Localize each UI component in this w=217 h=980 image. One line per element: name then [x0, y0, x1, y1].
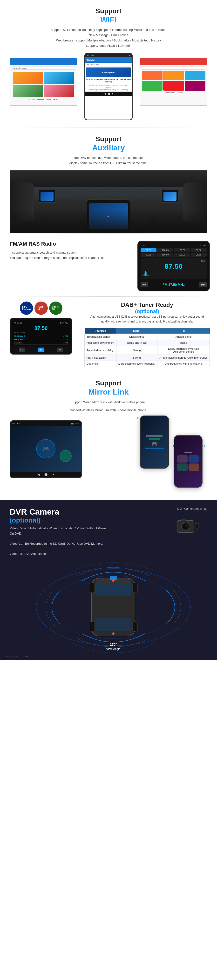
dvr-desc-1: Video Record Automatically When Turn on … [10, 526, 111, 536]
fmam-text-area: FM/AM RAS Radio It supports automatic se… [0, 241, 135, 261]
fmam-desc-2: You can drag the icon of target station … [10, 255, 130, 261]
wifi-title-accent: WIFI [10, 16, 207, 24]
wifi-section: Support WIFI Support Wi-Fi connection, e… [0, 0, 217, 127]
row-dab-5: More channels every frequency [116, 361, 158, 367]
fm-freq-unit: FM [142, 260, 205, 263]
dvr-camera-icon [176, 517, 200, 536]
wifi-screen-center-device: 9:47 AM Browser www.yahoo.com Breaking N… [85, 53, 132, 120]
dab-channel-1: BBC Radio 487.50 [14, 334, 68, 338]
row-dab-1: Digital signal [116, 334, 158, 340]
svg-rect-15 [132, 583, 137, 593]
dab-btn-3[interactable]: ⚙ [57, 348, 63, 352]
dab-comparison-table: Features DAB+ FM Broadcasting signal Dig… [85, 328, 210, 367]
fm-preset-4[interactable]: 96.80 [191, 248, 207, 252]
fm-preset-3[interactable]: 106.00 [174, 248, 190, 252]
dvr-camera-area: DVR Camera (optional) [176, 507, 207, 537]
fm-preset-5[interactable]: 87.50 [140, 253, 156, 257]
dab-section: BBCRadio 4 DAB6 ClassicFM AT 87.50 5:47 … [0, 297, 217, 372]
svg-text:170°: 170° [110, 643, 117, 646]
svg-rect-14 [89, 583, 94, 593]
aux-title-accent: Auxiliary [10, 143, 207, 152]
dab-device-area: BBCRadio 4 DAB6 ClassicFM AT 87.50 5:47 … [0, 302, 77, 355]
auxiliary-section: Support Auxiliary The DVD model have vid… [0, 128, 217, 233]
dab-col-dab: DAB+ [116, 328, 158, 334]
wifi-screens-composite: www.yahoo.com YAHOO! Finance · Sports · … [10, 53, 207, 120]
car-topdown-svg: 170° View Angle [10, 562, 217, 653]
fm-bottom-freq: FM 87.50 MHz [163, 283, 185, 286]
mirror-iphone-phone [174, 435, 203, 488]
fm-preset-8[interactable]: 96.80 [191, 253, 207, 257]
row-dab-4: Strong [116, 355, 158, 361]
fmam-title: FM/AM RAS Radio [10, 241, 130, 247]
row-feature-3: Anti-interference ability [85, 346, 116, 355]
watermark: www.witson.com [5, 655, 30, 658]
svg-rect-7 [196, 525, 198, 528]
dab-btn-2[interactable]: 87 [38, 348, 44, 352]
svg-point-4 [186, 525, 187, 526]
fm-next-button[interactable]: ▶▶ [199, 282, 207, 287]
row-fm-3: Easily interfered by terrainAnd other si… [158, 346, 210, 355]
dvr-section: DVR Camera (optional) Video Record Autom… [0, 500, 217, 660]
mirror-desc-android: Support Wired Mirror Link with Android m… [10, 399, 207, 405]
row-dab-2: Home and in-car [116, 340, 158, 346]
row-dab-3: Strong [116, 346, 158, 355]
fm-preset-2[interactable]: 100.00 [157, 248, 173, 252]
fmam-desc-1: It supports automatic search and manual … [10, 250, 130, 255]
fm-preset-1[interactable]: 87.50 [140, 248, 156, 252]
fm-device-mock: FM 87.50 87.50 100.00 106.00 96.80 87.50… [137, 241, 210, 291]
mirror-desc-iphone: Support Wireless Mirror Link with iPhone… [10, 407, 207, 413]
dab-description: After connecting a USB DAB receiver (opt… [85, 315, 210, 324]
fm-frequency-display: 87.50 [142, 263, 205, 270]
mirror-title-main: Support [10, 379, 207, 387]
svg-text:View Angle: View Angle [106, 648, 120, 651]
dab-title-main: DAB+ Tuner Ready [85, 302, 210, 309]
mirror-images-composite: 9:41 AM ▮▮▮ WiFi 🎮 ◀ ⬤ ■ For Android mob… [10, 415, 207, 498]
dab-device-mock: AT 87.50 5:47 AM 87.50 FM 87.50 MHz BBC … [10, 318, 72, 355]
fm-main-display: FM 87.50 [140, 258, 207, 279]
svg-rect-5 [181, 519, 186, 521]
svg-rect-11 [95, 582, 131, 596]
dvr-desc-2: Video Can Be Recorded in the SD Card, Do… [10, 541, 111, 546]
dvr-desc-3: Video File Size Adjustable. [10, 551, 111, 557]
fm-presets-grid: 87.50 100.00 106.00 96.80 87.50 100.00 1… [140, 248, 207, 257]
dab-channel-2: BBC Radio 691.00 [14, 338, 68, 341]
aux-description: The DVD model have video output, the sub… [10, 155, 207, 166]
fm-preset-7[interactable]: 106.00 [174, 253, 190, 257]
svg-point-19 [112, 632, 115, 635]
fmam-section: FM/AM RAS Radio It supports automatic se… [0, 234, 217, 296]
mirror-section: Support Mirror Link Support Wired Mirror… [0, 372, 217, 500]
row-feature-1: Broadcasting signal [85, 334, 116, 340]
dvr-title-accent: (optional) [10, 517, 111, 524]
fm-preset-6[interactable]: 100.00 [157, 253, 173, 257]
wifi-screen-left: www.yahoo.com YAHOO! Finance · Sports · … [10, 57, 77, 106]
dab-btn-1[interactable]: FM [19, 348, 25, 352]
aux-car-image: ▶ [10, 170, 207, 233]
wifi-screen-right: Most Visited / History [140, 57, 207, 106]
svg-rect-16 [89, 622, 94, 631]
dab-info-area: DAB+ Tuner Ready (optional) After connec… [77, 302, 217, 367]
headrest-monitor-left [38, 190, 56, 203]
fm-controls: ◀◀ FM 87.50 MHz ▶▶ [140, 281, 207, 288]
svg-point-18 [112, 579, 115, 582]
svg-rect-17 [132, 622, 137, 631]
row-fm-1: Analog signal [158, 334, 210, 340]
row-fm-4: A lot of noise if there is radio interfe… [158, 355, 210, 361]
fm-prev-button[interactable]: ◀◀ [140, 282, 148, 287]
mirror-head-unit: 9:41 AM ▮▮▮ WiFi 🎮 ◀ ⬤ ■ [10, 420, 82, 478]
aux-title-main: Support [10, 135, 207, 143]
dvr-title-main: DVR Camera [10, 507, 111, 517]
browser-url: www.yahoo.com [87, 64, 99, 65]
svg-rect-20 [110, 576, 117, 580]
dvr-text-area: DVR Camera (optional) Video Record Autom… [10, 507, 111, 562]
svg-rect-12 [95, 618, 131, 631]
mirror-title-accent: Mirror Link [10, 388, 207, 396]
row-feature-5: Channels [85, 361, 116, 367]
headrest-monitor-right [161, 190, 179, 203]
dab-screen: AT 87.50 5:47 AM 87.50 FM 87.50 MHz BBC … [12, 320, 70, 346]
wifi-description: Support Wi-Fi connection, enjoy high spe… [10, 27, 207, 48]
mirror-android-phone: 🎮 [140, 415, 169, 469]
table-row: Anti-interference ability Strong Easily … [85, 346, 210, 355]
fmam-device-area: FM 87.50 87.50 100.00 106.00 96.80 87.50… [135, 241, 217, 291]
dab-col-fm: FM [158, 328, 210, 334]
row-fm-5: One frequency with one channel [158, 361, 210, 367]
